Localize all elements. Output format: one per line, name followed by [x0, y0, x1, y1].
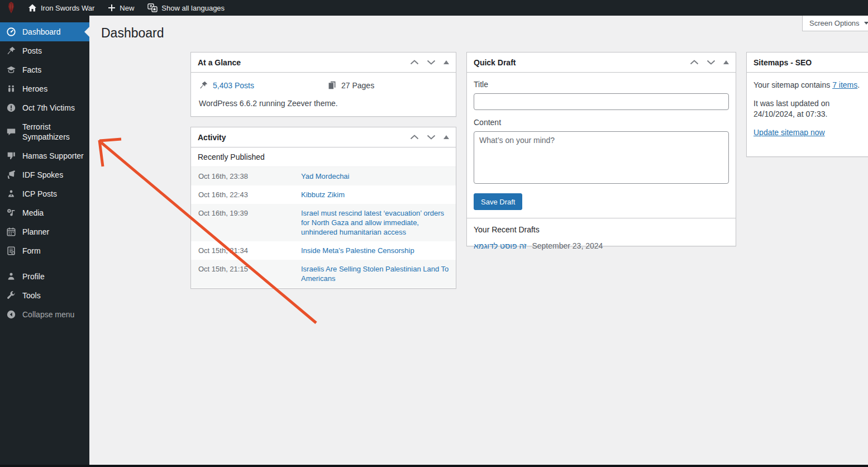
sitemap-contains-suffix: . [857, 80, 860, 89]
sidebar-item-profile[interactable]: Profile [0, 267, 89, 286]
save-draft-button[interactable]: Save Draft [474, 193, 522, 210]
move-up-button[interactable] [410, 135, 419, 140]
quick-draft-widget: Quick Draft Title Content Save Draft You… [466, 52, 736, 246]
main-content: Screen Options Dashboard At a Glance 5,4… [89, 16, 868, 465]
dashboard-icon [6, 27, 17, 37]
sidebar-item-tools[interactable]: Tools [0, 286, 89, 305]
chevron-down-icon [864, 22, 868, 25]
at-a-glance-counts: 5,403 Posts 27 Pages [191, 73, 456, 90]
recent-drafts-section: Your Recent Drafts זה פוסט לדוגמא Septem… [467, 218, 736, 257]
activity-post-link[interactable]: Israel must rescind latest ‘evacuation’ … [301, 209, 444, 236]
widget-title: At a Glance [198, 58, 241, 67]
wrench-icon [6, 290, 17, 301]
draft-title-link[interactable]: זה פוסט לדוגמא [474, 241, 527, 250]
megaphone-icon [6, 170, 17, 180]
widget-title: Activity [198, 133, 226, 142]
comment-icon [6, 127, 17, 137]
site-logo[interactable] [0, 1, 21, 15]
sidebar-item-collapse-menu[interactable]: Collapse menu [0, 305, 89, 324]
activity-date: Oct 15th, 21:15 [198, 264, 301, 283]
sidebar-item-label: Facts [22, 65, 41, 75]
sidebar-item-label: Media [22, 208, 44, 218]
sidebar-item-label: Tools [22, 290, 41, 301]
title-input[interactable] [474, 93, 729, 110]
screen-options-label: Screen Options [809, 19, 860, 27]
sidebar-item-label: Collapse menu [22, 309, 74, 320]
profile-icon [6, 271, 17, 282]
wordpress-dashboard-screen: Iron Swords War New Show all languages [0, 0, 868, 467]
activity-post-link[interactable]: Israelis Are Selling Stolen Palestinian … [301, 265, 449, 283]
admin-bar-languages-button[interactable]: Show all languages [141, 0, 231, 16]
draft-date: September 23, 2024 [532, 241, 603, 250]
sidebar-item-terrorist-sympathizers[interactable]: Terrorist Sympathizers [0, 117, 89, 146]
home-icon [28, 3, 37, 12]
page-title: Dashboard [101, 26, 164, 41]
title-label: Title [474, 80, 729, 89]
wordpress-version-text: WordPress 6.6.2 running Zeever theme. [191, 90, 456, 108]
activity-header: Activity [191, 127, 456, 147]
sitemap-items-link[interactable]: 7 items [832, 80, 857, 89]
activity-post-link[interactable]: Yad Mordechai [301, 172, 349, 180]
move-down-button[interactable] [707, 60, 716, 65]
sidebar-item-label: Terrorist Sympathizers [22, 122, 83, 142]
admin-bar-new-label: New [120, 4, 134, 12]
collapse-toggle-button[interactable] [723, 60, 729, 64]
screen-options-tab[interactable]: Screen Options [802, 16, 868, 31]
admin-sidebar: Dashboard Posts Facts Heroes Oct 7th Vic [0, 16, 89, 465]
collapse-toggle-button[interactable] [443, 135, 449, 139]
sidebar-item-facts[interactable]: Facts [0, 60, 89, 79]
move-up-button[interactable] [410, 60, 419, 65]
activity-post-link[interactable]: Kibbutz Zikim [301, 190, 345, 199]
sidebar-item-label: Hamas Supporter [22, 151, 84, 161]
sidebar-item-icp-posts[interactable]: ICP Posts [0, 184, 89, 203]
admin-bar-site-link[interactable]: Iron Swords War [21, 0, 101, 16]
sidebar-item-label: Oct 7th Victims [22, 103, 75, 113]
sitemap-updated-text-2: 24/10/2024, at 07:33. [753, 109, 827, 118]
move-down-button[interactable] [427, 60, 436, 65]
sidebar-item-hamas-supporter[interactable]: Hamas Supporter [0, 146, 89, 165]
sidebar-item-idf-spokes[interactable]: IDF Spokes [0, 165, 89, 184]
people-icon [6, 84, 17, 94]
sitemap-contains-line: Your sitemap contains 7 items. [753, 80, 868, 90]
sitemap-updated-text-1: It was last updated on [753, 99, 829, 108]
sidebar-item-media[interactable]: Media [0, 203, 89, 222]
update-sitemap-link[interactable]: Update sitemap now [753, 128, 825, 137]
sidebar-item-oct-7th-victims[interactable]: Oct 7th Victims [0, 98, 89, 117]
sidebar-item-form[interactable]: Form [0, 241, 89, 260]
collapse-toggle-button[interactable] [443, 60, 449, 64]
sitemaps-header: Sitemaps - SEO [747, 53, 868, 73]
sidebar-item-label: Heroes [22, 84, 47, 94]
activity-post-link[interactable]: Inside Meta's Palestine Censorship [301, 246, 414, 255]
posts-count-link[interactable]: 5,403 Posts [213, 81, 254, 90]
sidebar-item-planner[interactable]: Planner [0, 222, 89, 241]
alert-circle-icon [6, 103, 17, 113]
sitemap-contains-prefix: Your sitemap contains [753, 80, 832, 89]
content-label: Content [474, 118, 729, 127]
sidebar-item-posts[interactable]: Posts [0, 41, 89, 60]
activity-row: Oct 16th, 22:43 Kibbutz Zikim [191, 185, 456, 204]
plus-icon [108, 4, 116, 12]
move-down-button[interactable] [427, 135, 436, 140]
collapse-arrow-icon [6, 309, 17, 320]
widget-title: Sitemaps - SEO [753, 58, 812, 67]
sidebar-item-label: Posts [22, 46, 42, 56]
activity-date: Oct 16th, 23:38 [198, 171, 301, 181]
sidebar-separator [0, 260, 89, 267]
content-textarea[interactable] [474, 131, 729, 184]
sidebar-item-heroes[interactable]: Heroes [0, 79, 89, 98]
site-logo-icon [6, 1, 17, 15]
sidebar-item-dashboard[interactable]: Dashboard [0, 22, 89, 41]
move-up-button[interactable] [690, 60, 699, 65]
bottom-edge [0, 465, 868, 467]
at-a-glance-header: At a Glance [191, 53, 456, 73]
pushpin-icon [199, 80, 208, 90]
thumbs-down-icon [6, 151, 17, 161]
admin-bar-new-button[interactable]: New [101, 0, 141, 16]
recent-draft-item: זה פוסט לדוגמא September 23, 2024 [474, 241, 729, 250]
pages-icon [327, 80, 337, 90]
sidebar-item-label: Form [22, 246, 41, 256]
activity-row: Oct 16th, 23:38 Yad Mordechai [191, 167, 456, 185]
sidebar-item-label: Planner [22, 227, 49, 237]
activity-row: Oct 15th, 21:34 Inside Meta's Palestine … [191, 241, 456, 260]
media-icon [6, 208, 17, 218]
